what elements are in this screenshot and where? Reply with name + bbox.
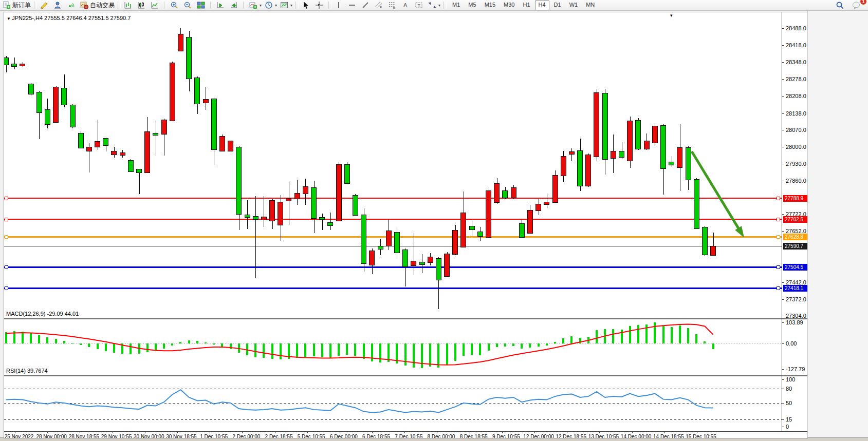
tile-windows-icon [197,1,205,9]
arrow-line[interactable] [692,151,740,230]
new-order-button[interactable]: 新订单 [1,0,32,10]
metaeditor-button[interactable] [39,0,52,10]
cursor-icon [302,1,310,9]
workspace: ▼ JPN225-,H4 27555.5 27646.4 27551.5 275… [0,11,868,437]
new-order-icon [3,1,11,9]
notification-count-badge: 1 [860,0,866,5]
autotrading-button[interactable]: 自动交易 [79,0,116,10]
chart-shift-icon [230,1,238,9]
timeframe-toolbar: M1M5M15M30H1H4D1W1MN [448,0,599,10]
toolbar-separator [164,2,167,9]
equidistant-channel-icon: E [375,1,383,9]
tile-windows-button[interactable] [195,0,209,10]
chevron-down-icon: ▾ [290,3,292,8]
svg-text:F: F [393,7,395,10]
crosshair-icon [315,1,323,9]
horizontal-line-icon [348,1,356,9]
chart-title-bar: ▼ JPN225-,H4 27555.5 27646.4 27551.5 275… [7,15,131,21]
right-gutter [807,11,868,437]
add-indicator-button[interactable]: ▾ [248,0,263,10]
templates-button[interactable]: ▾ [279,0,294,10]
chevron-down-icon: ▾ [275,3,277,8]
arrow-shapes-icon [428,1,436,9]
chat-bubble-icon [852,1,861,9]
timeframe-button-D1[interactable]: D1 [550,0,565,10]
chart-window[interactable]: ▼ JPN225-,H4 27555.5 27646.4 27551.5 275… [4,12,808,438]
bar-chart-mode-button[interactable] [122,0,136,10]
trendline-icon [361,1,370,9]
candlestick-icon [137,1,145,9]
candlestick-mode-button[interactable] [136,0,149,10]
chart-render-area: 28488.028418.028348.028278.028208.028138… [4,12,807,438]
bar-chart-icon [124,1,132,9]
level-price-badge: 27788.9 [783,195,808,202]
horizontal-line-tool-button[interactable] [346,0,360,10]
periods-button[interactable]: ▾ [263,0,279,10]
fibonacci-icon: F [388,1,396,9]
community-person-icon [53,1,62,9]
text-tool-button[interactable]: A [400,0,413,10]
signals-button[interactable] [65,0,79,10]
vertical-line-icon [335,1,343,9]
auto-scroll-icon [216,1,225,9]
autotrading-icon [80,1,88,9]
level-price-badge: 27418.1 [783,285,808,292]
svg-text:A: A [403,2,408,8]
level-price-badge: 27628.8 [783,234,808,240]
channel-tool-button[interactable]: E [373,0,386,10]
timeframe-button-M30[interactable]: M30 [500,0,518,10]
autotrading-label: 自动交易 [90,1,115,10]
timeframe-button-W1[interactable]: W1 [566,0,582,10]
toolbar-separator [444,2,447,9]
toolbar-separator [34,2,37,9]
auto-scroll-button[interactable] [215,0,228,10]
arrow-head[interactable] [735,226,744,238]
macd-label: MACD(12,26,9) -29.09 44.01 [6,311,79,317]
search-button[interactable] [834,0,847,10]
level-price-badge: 27504.5 [783,264,808,271]
toolbar-separator [243,2,246,9]
main-toolbar: 新订单 自动交易 [0,0,868,11]
line-chart-mode-button[interactable] [149,0,162,10]
timeframe-button-H4[interactable]: H4 [535,0,549,10]
community-button[interactable] [52,0,65,10]
add-indicator-icon [249,1,257,9]
notifications-button[interactable]: 1 [851,0,864,10]
signals-icon [67,1,75,9]
chart-shift-button[interactable] [228,0,242,10]
fibonacci-tool-button[interactable]: F [386,0,400,10]
crosshair-tool-button[interactable] [313,0,327,10]
toolbar-separator [296,2,299,9]
trendline-tool-button[interactable] [360,0,373,10]
toolbar-separator [328,2,331,9]
chart-title: JPN225-,H4 27555.5 27646.4 27551.5 27590… [12,15,131,21]
toolbar-separator [210,2,213,9]
timeframe-button-H1[interactable]: H1 [519,0,533,10]
current-price-badge: 27590.7 [783,243,808,250]
timeframe-button-MN[interactable]: MN [582,0,598,10]
svg-text:T: T [418,3,421,8]
chart-symbol-caret-icon[interactable]: ▼ [7,16,12,21]
metaeditor-icon [40,1,48,9]
chevron-down-icon: ▾ [260,3,262,8]
zoom-out-icon [183,1,192,9]
zoom-out-button[interactable] [182,0,195,10]
template-icon [280,1,288,9]
vertical-line-tool-button[interactable] [333,0,346,10]
zoom-in-icon [170,1,178,9]
zoom-in-button[interactable] [169,0,182,10]
search-icon [836,1,844,9]
arrows-tool-button[interactable]: ▾ [427,0,442,10]
cursor-tool-button[interactable] [300,0,313,10]
text-label-icon: T [415,1,423,9]
chevron-down-icon: ▾ [438,3,440,8]
arrow-object-svg [4,12,807,438]
label-tool-button[interactable]: T [413,0,427,10]
timeframe-button-M15[interactable]: M15 [481,0,499,10]
new-order-label: 新订单 [12,1,31,10]
timeframe-button-M1[interactable]: M1 [449,0,464,10]
toolbar-separator [118,2,121,9]
timeframe-button-M5[interactable]: M5 [465,0,479,10]
text-icon: A [401,1,410,9]
rsi-label: RSI(14) 39.7674 [6,368,48,374]
